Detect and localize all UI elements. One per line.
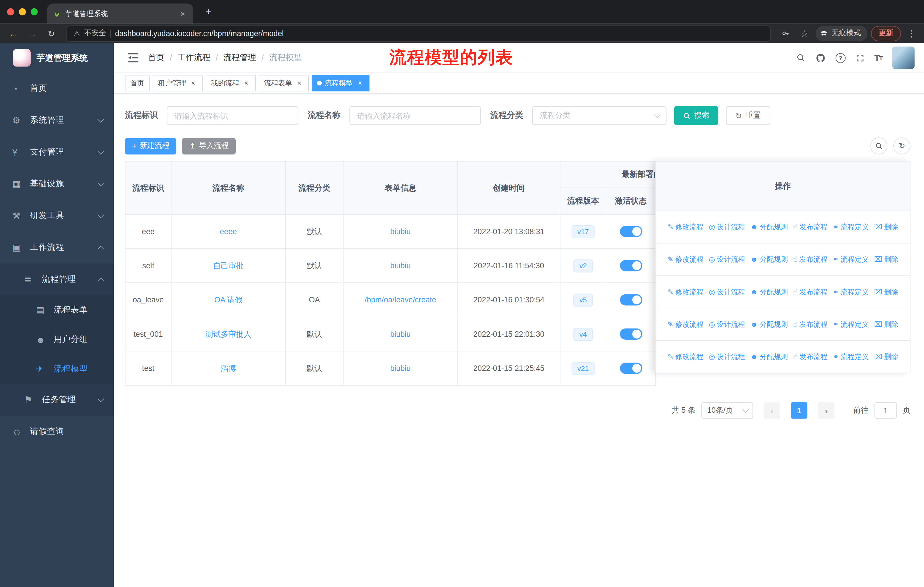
- forward-icon[interactable]: →: [25, 25, 40, 41]
- action-modify-process[interactable]: ✎修改流程: [668, 255, 704, 265]
- version-badge[interactable]: v21: [571, 362, 595, 375]
- tab-close-icon[interactable]: ×: [178, 9, 187, 18]
- process-name-link[interactable]: 滔博: [221, 364, 236, 372]
- page-size-select[interactable]: 10条/页: [701, 402, 753, 419]
- active-toggle[interactable]: [620, 260, 642, 271]
- search-icon[interactable]: [796, 53, 805, 63]
- process-name-link[interactable]: OA 请假: [214, 295, 242, 304]
- action-publish-process[interactable]: ☝发布流程: [793, 287, 827, 297]
- reload-icon[interactable]: ↻: [43, 25, 59, 41]
- action-modify-process[interactable]: ✎修改流程: [668, 319, 704, 329]
- back-icon[interactable]: ←: [6, 25, 21, 41]
- tag-close-icon[interactable]: ×: [295, 79, 304, 88]
- action-process-definition[interactable]: ⚭流程定义: [833, 287, 869, 297]
- version-badge[interactable]: v4: [573, 327, 592, 341]
- toggle-search-button[interactable]: [870, 137, 888, 154]
- action-delete[interactable]: ⌧删除: [874, 222, 898, 232]
- user-avatar[interactable]: [892, 47, 914, 69]
- process-key-input[interactable]: [167, 106, 298, 125]
- action-design-process[interactable]: ◎设计流程: [709, 287, 745, 297]
- category-select[interactable]: 流程分类: [532, 106, 667, 125]
- next-page-button[interactable]: ›: [818, 402, 835, 419]
- version-badge[interactable]: v17: [571, 225, 595, 238]
- active-toggle[interactable]: [620, 329, 642, 340]
- sidebar-item-process-form[interactable]: ▤流程表单: [0, 296, 114, 325]
- action-publish-process[interactable]: ☝发布流程: [793, 255, 827, 265]
- action-modify-process[interactable]: ✎修改流程: [668, 287, 704, 297]
- process-name-link[interactable]: eeee: [220, 227, 237, 236]
- fullscreen-icon[interactable]: [856, 53, 865, 62]
- breadcrumb-item[interactable]: 首页: [148, 53, 164, 63]
- search-button[interactable]: 搜索: [674, 106, 718, 125]
- form-info-link[interactable]: biubiu: [390, 261, 411, 270]
- action-assign-rules[interactable]: ☻分配规则: [751, 352, 788, 362]
- address-bar[interactable]: ⚠ 不安全 dashboard.yudao.iocoder.cn/bpm/man…: [66, 25, 771, 41]
- create-process-button[interactable]: + 新建流程: [125, 137, 177, 154]
- sidebar-item-payment-mgmt[interactable]: ¥支付管理: [0, 136, 114, 168]
- tag-close-icon[interactable]: ×: [356, 79, 364, 88]
- sidebar-item-system-mgmt[interactable]: ⚙系统管理: [0, 104, 114, 136]
- action-assign-rules[interactable]: ☻分配规则: [751, 287, 788, 297]
- breadcrumb-item[interactable]: 流程管理: [223, 53, 256, 63]
- hamburger-fold-icon[interactable]: [128, 53, 139, 63]
- minimize-window-button[interactable]: [19, 8, 26, 15]
- goto-page-input[interactable]: [874, 402, 897, 419]
- form-info-link[interactable]: /bpm/oa/leave/create: [365, 296, 436, 304]
- github-icon[interactable]: [815, 53, 825, 63]
- browser-tab[interactable]: 芋道管理系统 ×: [47, 3, 193, 23]
- form-info-link[interactable]: biubiu: [390, 227, 411, 236]
- action-design-process[interactable]: ◎设计流程: [709, 319, 745, 329]
- password-key-icon[interactable]: [778, 25, 793, 41]
- action-modify-process[interactable]: ✎修改流程: [668, 222, 704, 232]
- sidebar-item-process-model[interactable]: ✈流程模型: [0, 354, 114, 384]
- tag-tenant-mgmt[interactable]: 租户管理×: [153, 75, 203, 91]
- action-process-definition[interactable]: ⚭流程定义: [833, 222, 869, 232]
- sidebar-item-task-mgmt[interactable]: ⚑任务管理: [0, 384, 114, 416]
- breadcrumb-item[interactable]: 工作流程: [177, 53, 210, 63]
- prev-page-button[interactable]: ‹: [764, 402, 780, 419]
- action-assign-rules[interactable]: ☻分配规则: [751, 319, 788, 329]
- action-publish-process[interactable]: ☝发布流程: [793, 352, 827, 362]
- browser-menu-icon[interactable]: ⋮: [904, 28, 918, 39]
- new-tab-button[interactable]: +: [201, 3, 217, 20]
- action-design-process[interactable]: ◎设计流程: [709, 352, 745, 362]
- active-toggle[interactable]: [620, 362, 642, 374]
- version-badge[interactable]: v2: [573, 259, 592, 272]
- action-publish-process[interactable]: ☝发布流程: [793, 222, 827, 232]
- action-publish-process[interactable]: ☝发布流程: [793, 319, 827, 329]
- action-design-process[interactable]: ◎设计流程: [709, 255, 745, 265]
- import-process-button[interactable]: ↥ 导入流程: [182, 137, 236, 154]
- tag-process-form[interactable]: 流程表单×: [259, 75, 309, 91]
- reset-button[interactable]: ↻ 重置: [726, 106, 770, 125]
- action-delete[interactable]: ⌧删除: [874, 287, 898, 297]
- font-size-icon[interactable]: TT: [874, 53, 882, 63]
- sidebar-item-dev-tools[interactable]: ⚒研发工具: [0, 200, 114, 231]
- close-window-button[interactable]: [7, 8, 14, 15]
- tag-my-process[interactable]: 我的流程×: [206, 75, 256, 91]
- refresh-table-button[interactable]: ↻: [893, 137, 911, 154]
- sidebar-item-home[interactable]: ◔首页: [0, 73, 114, 104]
- action-modify-process[interactable]: ✎修改流程: [668, 352, 704, 362]
- form-info-link[interactable]: biubiu: [390, 364, 411, 373]
- tag-close-icon[interactable]: ×: [242, 79, 251, 88]
- sidebar-item-process-mgmt[interactable]: ≣流程管理: [0, 264, 114, 296]
- page-1-button[interactable]: 1: [791, 402, 807, 419]
- bookmark-star-icon[interactable]: ☆: [797, 25, 812, 41]
- zoom-window-button[interactable]: [31, 8, 38, 15]
- sidebar-item-user-group[interactable]: ☻用户分组: [0, 325, 114, 355]
- process-name-link[interactable]: 测试多审批人: [205, 329, 251, 338]
- action-delete[interactable]: ⌧删除: [874, 255, 898, 265]
- tag-home[interactable]: 首页: [125, 75, 150, 91]
- action-assign-rules[interactable]: ☻分配规则: [751, 222, 788, 232]
- action-process-definition[interactable]: ⚭流程定义: [833, 255, 869, 265]
- action-process-definition[interactable]: ⚭流程定义: [833, 319, 869, 329]
- action-delete[interactable]: ⌧删除: [874, 319, 898, 329]
- action-design-process[interactable]: ◎设计流程: [709, 222, 745, 232]
- version-badge[interactable]: v5: [573, 293, 592, 306]
- active-toggle[interactable]: [620, 294, 642, 306]
- tag-close-icon[interactable]: ×: [189, 79, 197, 88]
- action-process-definition[interactable]: ⚭流程定义: [833, 352, 869, 362]
- sidebar-item-infrastructure[interactable]: ▦基础设施: [0, 168, 114, 200]
- form-info-link[interactable]: biubiu: [390, 330, 411, 339]
- action-delete[interactable]: ⌧删除: [874, 352, 898, 362]
